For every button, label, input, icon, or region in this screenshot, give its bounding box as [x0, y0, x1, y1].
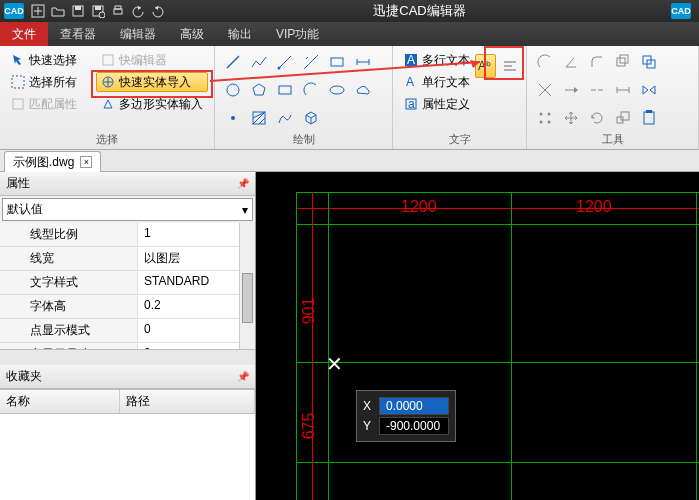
fav-col-name[interactable]: 名称 — [0, 390, 120, 413]
rotate-icon[interactable] — [585, 106, 609, 130]
svg-rect-11 — [13, 99, 23, 109]
pin-icon[interactable]: 📌 — [237, 371, 249, 382]
svg-rect-9 — [115, 6, 121, 9]
new-icon[interactable] — [28, 2, 48, 20]
svg-rect-6 — [95, 6, 101, 10]
dim-left-2: 675 — [300, 413, 318, 440]
open-icon[interactable] — [48, 2, 68, 20]
chevron-down-icon: ▾ — [242, 203, 248, 217]
ray-icon[interactable] — [273, 50, 297, 74]
menubar: 文件 查看器 编辑器 高级 输出 VIP功能 — [0, 22, 699, 46]
saveas-icon[interactable] — [88, 2, 108, 20]
props-scrollbar[interactable] — [239, 223, 255, 349]
prop-row: 线型比例1 — [0, 223, 255, 247]
svg-rect-35 — [620, 55, 628, 63]
rect-group-icon[interactable] — [325, 50, 349, 74]
select-all-button[interactable]: 选择所有 — [6, 72, 96, 92]
x-input[interactable]: 0.0000 — [379, 397, 449, 415]
ribbon: 快速选择 选择所有 匹配属性 快编辑器 快速实体导入 多边形实体输入 选择 — [0, 46, 699, 150]
copy-icon[interactable] — [637, 50, 661, 74]
svg-rect-49 — [646, 110, 652, 113]
circle-icon[interactable] — [221, 78, 245, 102]
angle-icon[interactable] — [559, 50, 583, 74]
fav-title: 收藏夹 — [6, 368, 42, 385]
undo-icon[interactable] — [128, 2, 148, 20]
menu-editor[interactable]: 编辑器 — [108, 22, 168, 46]
rect-icon[interactable] — [273, 78, 297, 102]
spline-icon[interactable] — [273, 106, 297, 130]
dim-icon[interactable] — [351, 50, 375, 74]
ellipse-icon[interactable] — [325, 78, 349, 102]
xline-icon[interactable] — [299, 50, 323, 74]
svg-point-7 — [99, 12, 105, 18]
prop-row: 文字样式STANDARD — [0, 271, 255, 295]
app-title: 迅捷CAD编辑器 — [168, 2, 671, 20]
lengthen-icon[interactable] — [611, 78, 635, 102]
fav-col-path[interactable]: 路径 — [120, 390, 255, 413]
svg-rect-48 — [644, 112, 654, 124]
svg-text:Aᵇ: Aᵇ — [478, 59, 491, 73]
app-badge-icon: CAD — [671, 3, 691, 19]
drawing-canvas[interactable]: 1200 1200 901 675 ✕ X0.0000 Y-900.0000 — [256, 172, 699, 500]
3d-icon[interactable] — [299, 106, 323, 130]
prop-row: 字体高0.2 — [0, 295, 255, 319]
line-icon[interactable] — [221, 50, 245, 74]
offset-icon[interactable] — [611, 50, 635, 74]
poly-input-button[interactable]: 多边形实体输入 — [96, 94, 208, 114]
close-tab-icon[interactable]: × — [80, 156, 92, 168]
trim-icon[interactable] — [533, 78, 557, 102]
polygon-icon[interactable] — [247, 78, 271, 102]
print-icon[interactable] — [108, 2, 128, 20]
pin-icon[interactable]: 📌 — [237, 178, 249, 189]
menu-output[interactable]: 输出 — [216, 22, 264, 46]
svg-line-19 — [304, 55, 318, 69]
menu-file[interactable]: 文件 — [0, 22, 48, 46]
mirror-icon[interactable] — [637, 78, 661, 102]
y-input[interactable]: -900.0000 — [379, 417, 449, 435]
select-all-label: 选择所有 — [29, 74, 77, 91]
menu-vip[interactable]: VIP功能 — [264, 22, 331, 46]
stext-label: 单行文本 — [422, 74, 470, 91]
x-label: X — [363, 399, 371, 413]
break-icon[interactable] — [585, 78, 609, 102]
menu-viewer[interactable]: 查看器 — [48, 22, 108, 46]
text-style-icon[interactable]: Aᵇ — [475, 54, 496, 78]
arc-tool-icon[interactable] — [533, 50, 557, 74]
svg-rect-8 — [114, 9, 122, 14]
quick-select-label: 快速选择 — [29, 52, 77, 69]
point-icon[interactable] — [221, 106, 245, 130]
svg-point-42 — [540, 113, 543, 116]
mtext-label: 多行文本 — [422, 52, 470, 69]
polyline-icon[interactable] — [247, 50, 271, 74]
save-icon[interactable] — [68, 2, 88, 20]
fillet-icon[interactable] — [585, 50, 609, 74]
quick-import-button[interactable]: 快速实体导入 — [96, 72, 208, 92]
prop-row: 点显示模式0 — [0, 319, 255, 343]
coord-input: X0.0000 Y-900.0000 — [356, 390, 456, 442]
move-icon[interactable] — [559, 106, 583, 130]
attrdef-button[interactable]: a属性定义 — [399, 94, 520, 114]
svg-point-25 — [330, 86, 344, 94]
quick-select-button[interactable]: 快速选择 — [6, 50, 96, 70]
scale-icon[interactable] — [611, 106, 635, 130]
titlebar: CAD 迅捷CAD编辑器 CAD — [0, 0, 699, 22]
extend-icon[interactable] — [559, 78, 583, 102]
quick-import-label: 快速实体导入 — [119, 74, 191, 91]
paste-icon[interactable] — [637, 106, 661, 130]
match-props-label: 匹配属性 — [29, 96, 77, 113]
svg-line-16 — [227, 56, 239, 68]
match-props-button[interactable]: 匹配属性 — [6, 94, 96, 114]
redo-icon[interactable] — [148, 2, 168, 20]
props-combo[interactable]: 默认值 ▾ — [2, 198, 253, 221]
svg-text:A: A — [407, 53, 415, 67]
doc-tab[interactable]: 示例图.dwg × — [4, 151, 101, 173]
cloud-icon[interactable] — [351, 78, 375, 102]
menu-advanced[interactable]: 高级 — [168, 22, 216, 46]
quick-editor-button[interactable]: 快编辑器 — [96, 50, 208, 70]
align-icon[interactable] — [500, 54, 521, 78]
array-icon[interactable] — [533, 106, 557, 130]
prop-row: 点显示尺寸0 — [0, 343, 255, 349]
group-text-label: 文字 — [399, 130, 520, 149]
arc-icon[interactable] — [299, 78, 323, 102]
hatch-icon[interactable] — [247, 106, 271, 130]
